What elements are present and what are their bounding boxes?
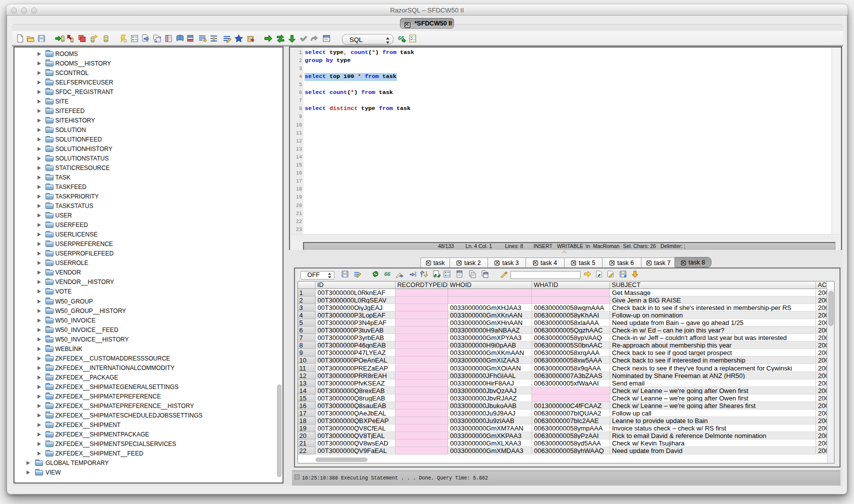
svg-text:66: 66 [384, 271, 391, 277]
